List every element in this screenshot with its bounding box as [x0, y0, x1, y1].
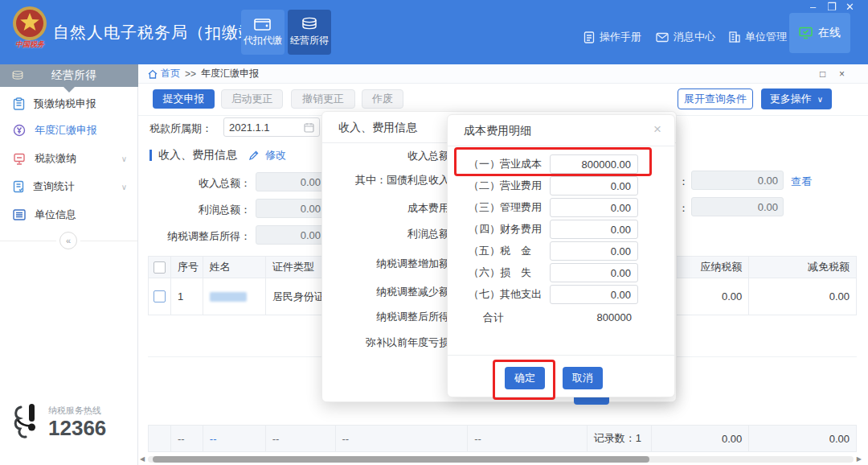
field-label: 利润总额：	[138, 203, 251, 217]
summary-cell: --	[468, 426, 588, 451]
start-correction-button[interactable]: 启动更正	[221, 89, 283, 109]
summary-total-tax-due: 0.00	[652, 426, 750, 451]
dialog-field-label: 纳税调整增加额	[322, 257, 449, 271]
clipboard-icon	[13, 97, 25, 110]
breadcrumb: 首页 >> 年度汇缴申报 □ ×	[138, 64, 868, 84]
loss-input[interactable]: 0.00	[550, 263, 638, 282]
breadcrumb-home[interactable]: 首页	[148, 67, 180, 80]
scroll-right-arrow[interactable]: ▶	[857, 455, 862, 463]
sidebar: 经营所得 预缴纳税申报 年度汇缴申报	[0, 64, 138, 465]
row-checkbox[interactable]	[154, 290, 166, 302]
summary-cell: --	[203, 426, 266, 451]
tax-period-input[interactable]: 2021.1.1	[223, 117, 320, 137]
scroll-left-arrow[interactable]: ◀	[140, 455, 145, 463]
expand-query-button[interactable]: 展开查询条件	[678, 88, 753, 109]
panel-restore-icon[interactable]: □	[820, 68, 825, 80]
more-actions-button[interactable]: 更多操作 ∨	[761, 88, 832, 109]
calendar-icon	[304, 122, 314, 133]
chevron-down-icon[interactable]: ∨	[121, 183, 127, 191]
edit-link[interactable]: 修改	[265, 148, 286, 163]
edit-pencil-icon[interactable]	[248, 150, 259, 161]
dialog-field-label: 其中：国债利息收入	[322, 173, 449, 187]
app-title: 自然人电子税务局（扣缴端）	[53, 22, 272, 43]
window-close-button[interactable]: ✕	[845, 2, 854, 13]
cost-row-label: （七）其他支出	[469, 285, 542, 304]
select-all-checkbox[interactable]	[154, 261, 166, 274]
summary-cell: --	[266, 426, 336, 451]
sidebar-item-unit-info[interactable]: 单位信息	[0, 202, 138, 228]
tax-period-value: 2021.1.1	[229, 121, 270, 134]
table-summary-row: -- -- -- -- -- 记录数：1 0.00 0.00	[148, 425, 857, 452]
national-emblem-icon	[11, 5, 48, 42]
chevron-down-icon[interactable]: ∨	[121, 154, 127, 163]
logo-text: 中国税务	[15, 39, 44, 50]
col-header-name: 姓名	[203, 257, 266, 278]
sidebar-item-prepay-declare[interactable]: 预缴纳税申报	[0, 91, 138, 117]
revoke-correction-button[interactable]: 撤销更正	[291, 89, 355, 109]
title-bar: 中国税务 自然人电子税务局（扣缴端） 代扣代缴 经营所得	[0, 0, 868, 64]
app-switch-business-income[interactable]: 经营所得	[288, 10, 331, 55]
sidebar-header: 经营所得	[0, 64, 138, 87]
section-accent-bar	[149, 150, 152, 161]
finance-expense-input[interactable]: 0.00	[550, 220, 638, 239]
scrollbar-thumb[interactable]	[153, 456, 649, 463]
other-expense-input[interactable]: 0.00	[550, 285, 638, 304]
dialog-title: 成本费用明细	[464, 124, 531, 138]
operating-cost-input[interactable]: 800000.00	[550, 154, 638, 174]
hotline-number: 12366	[48, 418, 106, 438]
view-link[interactable]: 查看	[791, 175, 812, 189]
window-maximize-button[interactable]: ❐	[827, 2, 837, 13]
cost-row-label: （一）营业成本	[469, 154, 542, 174]
app-switch-label: 经营所得	[290, 34, 329, 47]
right-field-input-1: 0.00	[691, 171, 784, 190]
submit-declaration-button[interactable]: 提交申报	[153, 89, 215, 109]
sidebar-item-query-statistics[interactable]: 查询统计 ∨	[0, 174, 138, 200]
cancel-button[interactable]: 取消	[563, 367, 603, 389]
tax-period-label: 税款所属期：	[149, 121, 212, 136]
profit-total-input: 0.00	[256, 199, 326, 218]
cell-tax-relief: 0.00	[749, 278, 856, 315]
app-switch-withholding[interactable]: 代扣代缴	[241, 10, 285, 55]
total-label: 合计	[483, 308, 504, 327]
sidebar-item-label: 单位信息	[35, 208, 76, 222]
field-label-fragment: ：	[678, 175, 689, 189]
wallet-icon	[254, 17, 272, 31]
operating-expense-input[interactable]: 0.00	[550, 176, 638, 195]
window-minimize-button[interactable]: –	[810, 2, 816, 13]
menu-unit-management[interactable]: 单位管理	[728, 30, 787, 44]
tax-bureau-logo: 中国税务	[8, 5, 51, 60]
list-icon	[13, 209, 26, 220]
more-actions-label: 更多操作	[770, 92, 812, 106]
tax-amount-input[interactable]: 0.00	[550, 241, 638, 261]
coins-icon	[301, 17, 318, 31]
sidebar-item-annual-declare[interactable]: 年度汇缴申报	[0, 117, 138, 143]
menu-message-center[interactable]: 消息中心	[656, 30, 715, 44]
sidebar-item-label: 税款缴纳	[35, 151, 76, 166]
management-expense-input[interactable]: 0.00	[550, 198, 638, 217]
cost-row-label: （二）营业费用	[469, 176, 542, 195]
close-icon[interactable]: ×	[653, 121, 661, 138]
income-section-title-row: 收入、费用信息 修改	[149, 148, 286, 163]
cost-row-label: （六）损 失	[469, 263, 531, 282]
cost-row-label: （五）税 金	[469, 241, 531, 261]
confirm-button[interactable]: 确定	[505, 367, 545, 389]
dialog-field-label: 收入总额	[322, 149, 449, 163]
building-icon	[728, 31, 740, 43]
breadcrumb-separator: >>	[185, 68, 196, 80]
sidebar-item-tax-payment[interactable]: 税款缴纳 ∨	[0, 146, 138, 171]
menu-manual[interactable]: 操作手册	[583, 30, 641, 44]
invalidate-button[interactable]: 作废	[362, 89, 403, 109]
online-monitor-icon	[799, 27, 813, 39]
section-title: 收入、费用信息	[158, 148, 237, 163]
sidebar-collapse-button[interactable]: «	[59, 232, 77, 249]
panel-close-icon[interactable]: ×	[839, 68, 845, 80]
dialog-field-label: 利润总额	[322, 227, 449, 241]
field-label: 收入总额：	[138, 176, 251, 191]
right-field-input-2: 0.00	[691, 197, 784, 216]
online-label: 在线	[818, 26, 841, 40]
horizontal-scrollbar[interactable]: ◀ ▶	[140, 455, 862, 463]
online-status[interactable]: 在线	[789, 13, 850, 53]
income-total-input: 0.00	[256, 172, 326, 191]
dialog-field-label: 成本费用	[322, 201, 449, 216]
dialog-field-label: 纳税调整后所得	[322, 310, 449, 324]
